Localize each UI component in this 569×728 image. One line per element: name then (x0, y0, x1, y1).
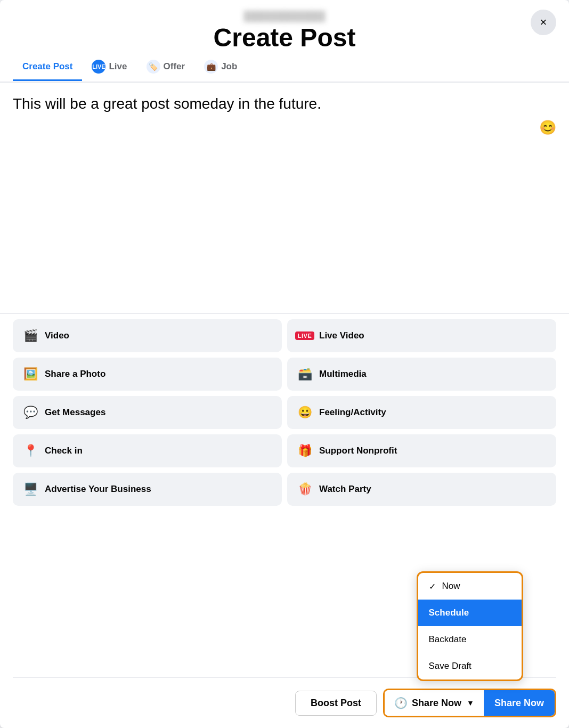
dropdown-schedule-label: Schedule (429, 608, 469, 618)
share-now-left-label: Share Now (412, 698, 461, 709)
dropdown-item-save-draft[interactable]: Save Draft (418, 653, 522, 680)
checkmark-icon: ✓ (429, 581, 436, 592)
feeling-activity-button[interactable]: 😀 Feeling/Activity (287, 396, 556, 429)
check-in-label: Check in (45, 446, 83, 456)
tab-offer-label: Offer (164, 61, 185, 72)
caret-down-icon: ▼ (467, 699, 474, 707)
close-button[interactable]: × (531, 10, 556, 35)
support-nonprofit-icon: 🎁 (296, 442, 314, 460)
multimedia-button[interactable]: 🗃️ Multimedia (287, 358, 556, 391)
tab-offer[interactable]: 🏷️ Offer (137, 52, 195, 83)
advertise-business-label: Advertise Your Business (45, 484, 151, 495)
video-icon: 🎬 (21, 327, 39, 345)
modal-header: ████████████ Create Post × (0, 0, 569, 52)
offer-tab-icon: 🏷️ (147, 60, 160, 74)
clock-icon: 🕐 (394, 697, 408, 709)
share-now-button[interactable]: Share Now (484, 690, 555, 716)
dropdown-item-schedule[interactable]: Schedule (418, 600, 522, 626)
post-text-content[interactable]: This will be a great post someday in the… (13, 93, 556, 114)
share-now-container: ✓ Now Schedule Backdate Save Draft 🕐 Sha… (383, 689, 556, 717)
dropdown-now-label: Now (442, 581, 460, 592)
check-in-button[interactable]: 📍 Check in (13, 434, 282, 467)
get-messages-button[interactable]: 💬 Get Messages (13, 396, 282, 429)
share-photo-icon: 🖼️ (21, 365, 39, 383)
get-messages-icon: 💬 (21, 403, 39, 422)
dropdown-backdate-label: Backdate (429, 634, 467, 645)
advertise-business-button[interactable]: 🖥️ Advertise Your Business (13, 473, 282, 506)
boost-post-button[interactable]: Boost Post (295, 691, 377, 716)
tab-create-post[interactable]: Create Post (13, 54, 82, 81)
share-photo-label: Share a Photo (45, 369, 105, 379)
live-video-label: Live Video (319, 330, 364, 341)
job-tab-icon: 💼 (204, 60, 218, 74)
tab-bar: Create Post LIVE Live 🏷️ Offer 💼 Job (0, 52, 569, 83)
share-timing-dropdown: ✓ Now Schedule Backdate Save Draft (417, 571, 523, 681)
multimedia-label: Multimedia (319, 369, 367, 379)
tab-live[interactable]: LIVE Live (82, 52, 136, 83)
share-photo-button[interactable]: 🖼️ Share a Photo (13, 358, 282, 391)
emoji-button[interactable]: 😊 (539, 119, 556, 136)
dropdown-save-draft-label: Save Draft (429, 661, 472, 672)
share-now-combined: 🕐 Share Now ▼ Share Now (383, 689, 556, 717)
tab-job-label: Job (221, 61, 237, 72)
video-button[interactable]: 🎬 Video (13, 319, 282, 352)
live-video-button[interactable]: LIVE Live Video (287, 319, 556, 352)
advertise-business-icon: 🖥️ (21, 480, 39, 498)
modal-title: Create Post (13, 23, 556, 52)
feeling-activity-icon: 😀 (296, 403, 314, 422)
watch-party-button[interactable]: 🍿 Watch Party (287, 473, 556, 506)
share-now-right-label: Share Now (494, 698, 544, 709)
page-name-blurred: ████████████ (13, 11, 556, 22)
multimedia-icon: 🗃️ (296, 365, 314, 383)
share-now-timing-button[interactable]: 🕐 Share Now ▼ (385, 690, 484, 716)
get-messages-label: Get Messages (45, 407, 105, 418)
post-input-area: This will be a great post someday in the… (0, 83, 569, 305)
support-nonprofit-label: Support Nonprofit (319, 446, 397, 456)
check-in-icon: 📍 (21, 442, 39, 460)
feeling-activity-label: Feeling/Activity (319, 407, 386, 418)
video-label: Video (45, 330, 69, 341)
live-tab-icon: LIVE (92, 60, 105, 74)
actions-grid: 🎬 Video LIVE Live Video 🖼️ Share a Photo… (0, 314, 569, 514)
footer: Boost Post ✓ Now Schedule Backdate Save … (0, 678, 569, 728)
tab-live-label: Live (109, 61, 127, 72)
watch-party-label: Watch Party (319, 484, 371, 495)
live-video-icon: LIVE (296, 327, 314, 345)
watch-party-icon: 🍿 (296, 480, 314, 498)
tab-create-post-label: Create Post (22, 61, 72, 72)
dropdown-item-backdate[interactable]: Backdate (418, 626, 522, 653)
dropdown-item-now[interactable]: ✓ Now (418, 573, 522, 600)
tab-job[interactable]: 💼 Job (194, 52, 247, 83)
support-nonprofit-button[interactable]: 🎁 Support Nonprofit (287, 434, 556, 467)
create-post-modal: ████████████ Create Post × Create Post L… (0, 0, 569, 728)
